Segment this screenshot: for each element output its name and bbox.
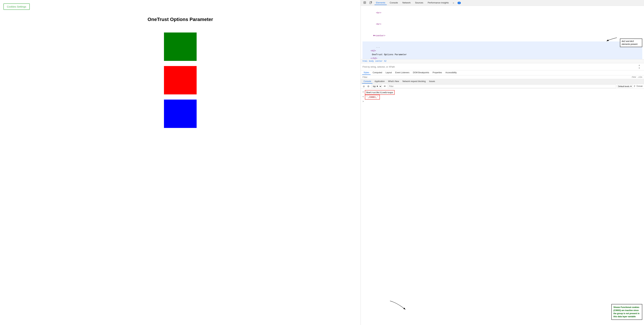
console-eye-button[interactable]: 👁 [383, 85, 387, 88]
console-line-cursor: > [362, 100, 642, 104]
breadcrumb-center[interactable]: center [375, 60, 382, 62]
dom-line: ▼<center> [362, 30, 642, 42]
tab-whats-new[interactable]: What's New [387, 80, 400, 84]
tab-console[interactable]: Console [388, 1, 400, 5]
default-levels-button[interactable]: Default levels ▼ [617, 85, 633, 88]
console-tab-bar: Console Application What's New Network r… [361, 79, 644, 84]
tab-issues[interactable]: Issues [428, 80, 436, 84]
console-output: > OnetrustActiveGroups < ',C0001,' > Sho… [361, 89, 644, 325]
console-line-command: > OnetrustActiveGroups [362, 90, 642, 95]
tab-event-listeners[interactable]: Event Listeners [394, 71, 411, 75]
console-filter-input[interactable] [388, 85, 616, 88]
device-icon-button[interactable] [369, 1, 373, 5]
inspect-icon-button[interactable] [362, 1, 367, 5]
devtools-panel: Elements Console Network Sources Perform… [360, 0, 644, 325]
find-arrows: ∧ ∨ [639, 64, 642, 69]
tab-dom-breakpoints[interactable]: DOM Breakpoints [412, 71, 430, 75]
tab-styles[interactable]: Styles [362, 71, 370, 75]
red-box [164, 66, 196, 94]
page-title: OneTrust Options Parameter [4, 17, 357, 22]
breadcrumb-body[interactable]: body [369, 60, 374, 62]
tab-network-request-blocking[interactable]: Network request blocking [401, 80, 427, 84]
tab-accessibility[interactable]: Accessibility [444, 71, 458, 75]
breadcrumb-bar: html body center h2 [361, 59, 644, 63]
console-settings-button[interactable]: ⚙ [366, 85, 370, 88]
filter-bar: :hov .cls [361, 75, 644, 79]
notification-badge: 2 [458, 2, 461, 4]
tab-performance-insights[interactable]: Performance insights [426, 1, 450, 5]
find-bar: ∧ ∨ [361, 63, 644, 70]
tab-computed[interactable]: Computed [371, 71, 384, 75]
cookies-settings-button[interactable]: Cookies Settings [4, 4, 30, 10]
console-command-text: OnetrustActiveGroups [366, 91, 393, 94]
console-result-prefix: < [362, 95, 364, 99]
green-box [164, 33, 196, 61]
console-cursor-icon: > [362, 100, 364, 104]
dom-tree: <br> <br> ▼<center> ... <h2> OneTrust Op… [361, 6, 644, 59]
devtools-topbar: Elements Console Network Sources Perform… [361, 0, 644, 6]
dom-line: <br> [362, 19, 642, 30]
dom-annotation-box: div2 and div3 elements present [620, 39, 642, 47]
console-area: Console Application What's New Network r… [361, 79, 644, 325]
styles-tab-bar: Styles Computed Layout Event Listeners D… [361, 70, 644, 75]
dom-line: <br> [362, 7, 642, 19]
console-line-result: < ',C0001,' [362, 95, 642, 99]
console-context-selector[interactable]: top ▼ [371, 85, 382, 88]
tab-layout[interactable]: Layout [384, 71, 393, 75]
filter-right-options: :hov .cls [631, 76, 642, 78]
tab-network[interactable]: Network [401, 1, 412, 5]
blue-box [164, 100, 196, 128]
tab-application[interactable]: Application [373, 80, 386, 84]
find-input[interactable] [362, 66, 638, 68]
tab-properties[interactable]: Properties [431, 71, 444, 75]
more-tabs-button[interactable]: » [452, 1, 455, 5]
styles-filter-input[interactable] [362, 76, 631, 78]
breadcrumb-html[interactable]: html [362, 60, 368, 62]
left-panel: Cookies Settings OneTrust Options Parame… [0, 0, 360, 325]
console-clear-button[interactable]: ⊘ [362, 85, 366, 88]
dom-line-selected[interactable]: ... <h2> OneTrust Options Parameter </h2… [362, 42, 642, 59]
console-annotation-box: Shows Functional cookies (C0003) are ina… [611, 304, 642, 320]
tab-sources[interactable]: Sources [414, 1, 425, 5]
console-annotation-arrow [388, 299, 409, 313]
console-prompt-icon: > [362, 90, 364, 94]
color-boxes-container [4, 33, 357, 128]
dom-annotation-arrow [605, 33, 618, 43]
console-result-text: ',C0001,' [366, 96, 378, 98]
console-toolbar: ⊘ ⚙ top ▼ 👁 Default levels ▼ 2 Issue [361, 84, 644, 89]
tab-elements[interactable]: Elements [374, 1, 386, 5]
breadcrumb-h2[interactable]: h2 [384, 60, 386, 62]
issues-count: 2 Issue [634, 85, 643, 88]
tab-console-drawer[interactable]: Console [362, 80, 372, 84]
